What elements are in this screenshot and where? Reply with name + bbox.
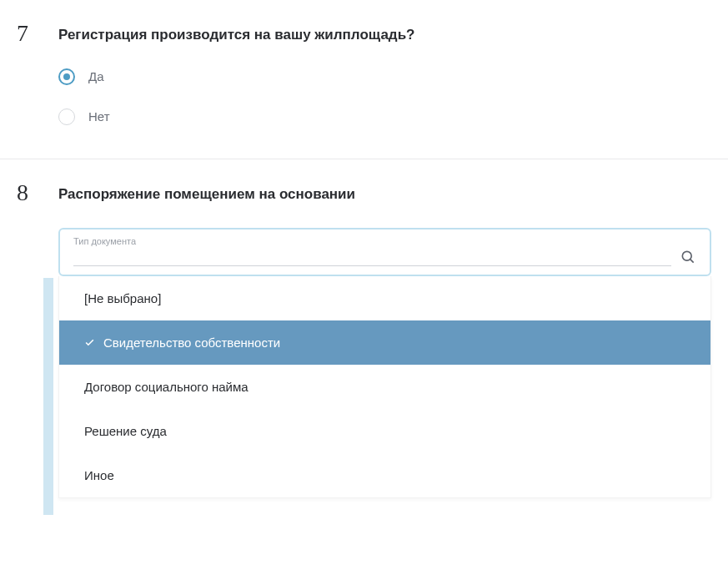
question-body: Распоряжение помещением на основании Тип… — [58, 184, 711, 498]
radio-label: Нет — [88, 109, 110, 124]
dropdown-floating-label: Тип документа — [73, 236, 696, 246]
question-title: Распоряжение помещением на основании — [58, 184, 711, 204]
question-title: Регистрация производится на вашу жилплощ… — [58, 25, 711, 45]
radio-group: Да Нет — [58, 68, 711, 125]
radio-circle-icon — [58, 108, 75, 125]
check-icon — [84, 337, 95, 348]
search-icon[interactable] — [680, 249, 696, 265]
question-7-section: 7 Регистрация производится на вашу жилпл… — [0, 0, 728, 159]
radio-circle-icon — [58, 68, 75, 85]
dropdown-option-none[interactable]: [Не выбрано] — [59, 276, 710, 320]
question-number: 7 — [17, 20, 28, 47]
dropdown-container: Тип документа [Не выбрано] — [58, 228, 711, 498]
dropdown-field[interactable]: Тип документа — [58, 228, 711, 276]
dropdown-option-social-rent[interactable]: Договор социального найма — [59, 365, 710, 409]
left-accent-bar — [43, 278, 53, 515]
radio-label: Да — [88, 69, 104, 83]
dropdown-option-label: Решение суда — [84, 424, 167, 438]
dropdown-option-court[interactable]: Решение суда — [59, 409, 710, 453]
dropdown-search-input[interactable] — [73, 248, 671, 266]
question-8-section: 8 Распоряжение помещением на основании Т… — [0, 159, 728, 532]
question-body: Регистрация производится на вашу жилплощ… — [58, 25, 711, 125]
dropdown-option-certificate[interactable]: Свидетельство собственности — [59, 320, 710, 365]
dropdown-option-label: Иное — [84, 468, 114, 482]
question-number: 8 — [17, 179, 28, 206]
svg-point-0 — [682, 251, 691, 260]
dropdown-option-label: Свидетельство собственности — [103, 335, 280, 350]
radio-option-yes[interactable]: Да — [58, 68, 711, 85]
svg-line-1 — [690, 259, 694, 262]
dropdown-input-row — [73, 248, 696, 266]
dropdown-option-other[interactable]: Иное — [59, 453, 710, 497]
dropdown-list: [Не выбрано] Свидетельство собственности… — [58, 276, 711, 498]
dropdown-option-label: Договор социального найма — [84, 380, 249, 394]
dropdown-option-label: [Не выбрано] — [84, 291, 161, 305]
radio-option-no[interactable]: Нет — [58, 108, 711, 125]
